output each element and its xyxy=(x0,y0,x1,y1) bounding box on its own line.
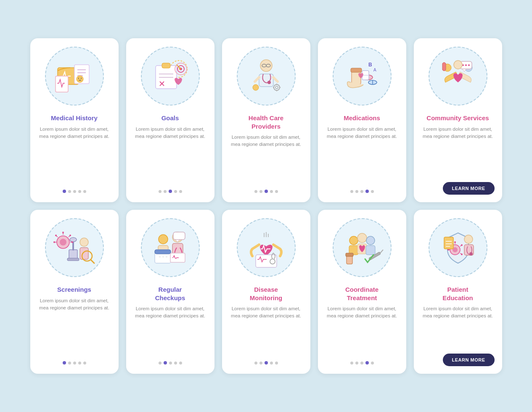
svg-point-60 xyxy=(60,239,66,246)
dot xyxy=(355,190,358,193)
svg-text:B: B xyxy=(368,62,372,68)
svg-point-31 xyxy=(275,86,278,89)
svg-line-28 xyxy=(273,77,278,82)
svg-point-54 xyxy=(454,61,462,69)
card-desc: Lorem ipsum dolor sit dim amet, mea regi… xyxy=(30,297,119,356)
learn-more-button-2[interactable]: LEARN MORE xyxy=(443,354,495,366)
dot xyxy=(68,190,71,193)
dot xyxy=(83,190,86,193)
svg-text:A: A xyxy=(373,68,376,72)
dot xyxy=(360,362,363,364)
svg-rect-98 xyxy=(366,246,375,255)
card-icon-area xyxy=(414,38,502,114)
svg-rect-86 xyxy=(173,232,185,240)
card-regular-checkups: RegularCheckups Lorem ipsum dolor sit di… xyxy=(126,210,214,374)
card-disease-monitoring: DiseaseMonitoring Lorem ipsum dolor sit … xyxy=(222,210,310,374)
svg-point-62 xyxy=(62,232,64,233)
svg-rect-25 xyxy=(259,74,273,87)
patient-education-icon xyxy=(435,224,481,271)
card-screenings: Screenings Lorem ipsum dolor sit dim ame… xyxy=(30,210,119,374)
icon-circle xyxy=(141,218,200,277)
svg-rect-116 xyxy=(444,237,453,249)
card-title: DiseaseMonitoring xyxy=(243,285,289,305)
svg-point-7 xyxy=(81,78,82,79)
card-desc: Lorem ipsum dolor sit dim amet, mea regi… xyxy=(126,305,214,355)
svg-line-74 xyxy=(91,260,94,263)
svg-point-6 xyxy=(78,78,79,79)
dot xyxy=(164,361,167,364)
svg-line-27 xyxy=(255,77,259,82)
card-desc: Lorem ipsum dolor sit dim amet, mea regi… xyxy=(414,305,502,349)
icon-circle xyxy=(237,218,296,277)
svg-point-58 xyxy=(70,238,77,242)
card-dots xyxy=(254,361,278,364)
card-title: Goals xyxy=(155,114,186,126)
icon-circle xyxy=(45,47,104,106)
icon-circle xyxy=(333,218,392,277)
icon-circle: B A xyxy=(333,47,392,106)
dot xyxy=(68,362,71,364)
dot xyxy=(78,190,81,193)
card-community-services: Community Services Lorem ipsum dolor sit… xyxy=(414,38,502,202)
dot xyxy=(275,362,278,364)
dot xyxy=(83,362,86,364)
dot xyxy=(169,190,172,193)
card-desc: Lorem ipsum dolor sit dim amet, mea regi… xyxy=(222,305,310,355)
svg-point-110 xyxy=(461,254,463,255)
dot xyxy=(159,190,161,193)
card-icon-area xyxy=(222,210,310,285)
dot xyxy=(365,361,369,364)
icon-circle xyxy=(45,218,104,277)
coordinate-treatment-icon xyxy=(339,224,385,271)
dot xyxy=(254,362,257,364)
svg-point-77 xyxy=(159,235,168,244)
svg-point-71 xyxy=(80,238,88,246)
card-title: Health CareProviders xyxy=(242,114,290,134)
svg-point-108 xyxy=(461,244,463,246)
dot xyxy=(350,190,353,193)
svg-line-19 xyxy=(177,65,180,68)
dot xyxy=(365,190,369,193)
card-title: RegularCheckups xyxy=(148,285,192,305)
medications-icon: B A xyxy=(339,53,385,99)
community-services-icon xyxy=(435,53,481,99)
card-desc: Lorem ipsum dolor sit dim amet, mea regi… xyxy=(318,126,406,184)
card-dots xyxy=(63,361,86,364)
svg-line-63 xyxy=(69,236,70,237)
goals-icon xyxy=(147,53,193,99)
icon-circle xyxy=(141,47,200,106)
dot xyxy=(78,362,81,364)
dot xyxy=(63,190,66,193)
dot xyxy=(259,190,262,193)
card-title: Screenings xyxy=(50,285,98,297)
svg-point-93 xyxy=(349,236,358,245)
dot xyxy=(164,190,167,193)
card-medications: B A Medications Lorem ipsum dolor sit di… xyxy=(318,38,406,202)
svg-point-68 xyxy=(53,241,55,243)
learn-more-button[interactable]: LEARN MORE xyxy=(443,182,495,195)
card-title: PatientEducation xyxy=(436,285,480,305)
card-dots xyxy=(350,190,374,193)
card-dots xyxy=(254,190,278,193)
dot xyxy=(371,362,374,364)
svg-point-52 xyxy=(465,64,467,66)
dot xyxy=(174,362,177,364)
svg-rect-37 xyxy=(351,68,362,72)
svg-point-64 xyxy=(69,235,71,236)
icon-circle xyxy=(429,218,487,277)
dot xyxy=(259,362,262,364)
screenings-icon xyxy=(51,224,98,271)
svg-point-95 xyxy=(366,236,375,245)
svg-point-5 xyxy=(77,76,83,82)
card-icon-area xyxy=(30,38,119,114)
card-title: CoordinateTreatment xyxy=(339,285,385,305)
dot xyxy=(169,362,172,364)
dot xyxy=(275,190,278,193)
card-dots xyxy=(350,361,374,364)
svg-rect-8 xyxy=(56,76,68,92)
card-health-care-providers: Health CareProviders Lorem ipsum dolor s… xyxy=(222,38,310,202)
dot xyxy=(73,362,76,364)
svg-rect-88 xyxy=(256,255,277,267)
card-grid: Medical History Lorem ipsum dolor sit di… xyxy=(30,38,502,374)
card-goals: Goals Lorem ipsum dolor sit dim amet, me… xyxy=(126,38,214,202)
